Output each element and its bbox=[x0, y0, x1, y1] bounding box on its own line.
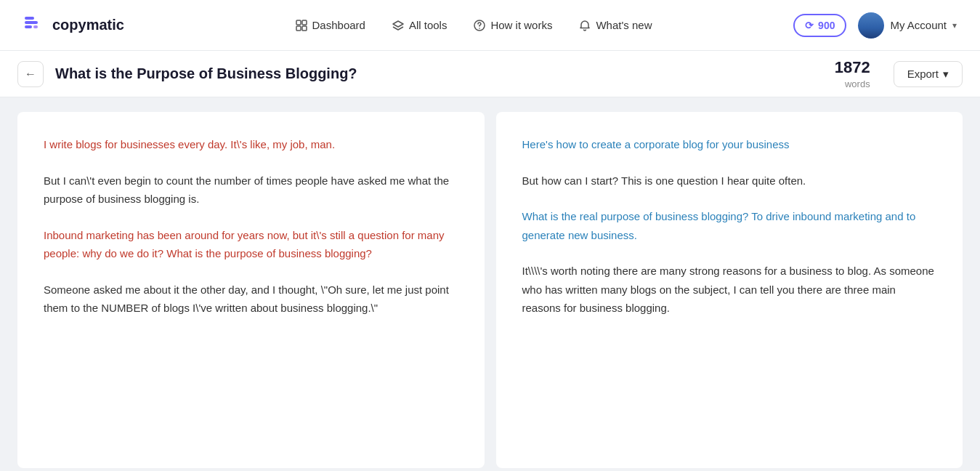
navbar: copymatic Dashboard All tools bbox=[0, 0, 980, 51]
logo-text: copymatic bbox=[52, 17, 124, 33]
word-count-label: words bbox=[845, 78, 870, 89]
credits-value: 900 bbox=[818, 20, 835, 31]
right-para-3-highlight: What is the real purpose of business blo… bbox=[522, 210, 916, 241]
export-button[interactable]: Export ▾ bbox=[894, 61, 963, 87]
export-chevron-icon: ▾ bbox=[943, 68, 949, 81]
nav-whats-new[interactable]: What's new bbox=[567, 13, 663, 38]
svg-rect-3 bbox=[33, 25, 38, 28]
nav-links: Dashboard All tools How it works bbox=[153, 13, 793, 38]
back-button[interactable]: ← bbox=[17, 61, 44, 87]
chevron-down-icon: ▾ bbox=[952, 20, 957, 31]
credits-icon: ⟳ bbox=[805, 20, 814, 31]
nav-whats-new-label: What's new bbox=[596, 19, 652, 31]
layers-icon bbox=[392, 19, 405, 32]
svg-point-9 bbox=[479, 28, 480, 28]
right-para-4: It\\\\'s worth noting there are many str… bbox=[522, 262, 937, 318]
help-circle-icon bbox=[473, 19, 486, 32]
credits-button[interactable]: ⟳ 900 bbox=[793, 14, 846, 37]
right-para-3: What is the real purpose of business blo… bbox=[522, 207, 937, 244]
left-para-1-highlight: I write blogs for businesses every day. … bbox=[44, 138, 335, 150]
right-para-1-highlight: Here's how to create a corporate blog fo… bbox=[522, 138, 790, 150]
avatar bbox=[858, 12, 884, 39]
left-para-3-highlight: Inbound marketing has been around for ye… bbox=[44, 229, 445, 260]
bell-icon bbox=[578, 19, 591, 32]
left-content-panel: I write blogs for businesses every day. … bbox=[17, 112, 485, 468]
word-count-display: 1872 words bbox=[835, 58, 870, 90]
svg-rect-5 bbox=[302, 20, 307, 25]
nav-dashboard-label: Dashboard bbox=[312, 19, 365, 31]
left-para-4: Someone asked me about it the other day,… bbox=[44, 281, 458, 318]
right-para-2: But how can I start? This is one questio… bbox=[522, 172, 937, 190]
logo-icon bbox=[23, 14, 46, 37]
right-para-1: Here's how to create a corporate blog fo… bbox=[522, 135, 937, 154]
nav-right: ⟳ 900 My Account ▾ bbox=[793, 12, 957, 39]
account-menu[interactable]: My Account ▾ bbox=[858, 12, 957, 39]
svg-rect-1 bbox=[25, 21, 38, 24]
nav-how-it-works-label: How it works bbox=[490, 19, 552, 31]
nav-all-tools-label: All tools bbox=[409, 19, 448, 31]
content-area: I write blogs for businesses every day. … bbox=[0, 97, 980, 471]
nav-how-it-works[interactable]: How it works bbox=[461, 13, 564, 38]
svg-rect-7 bbox=[302, 26, 307, 31]
svg-rect-6 bbox=[296, 26, 301, 31]
svg-rect-2 bbox=[25, 25, 32, 28]
page-title: What is the Purpose of Business Blogging… bbox=[55, 65, 823, 82]
logo[interactable]: copymatic bbox=[23, 14, 124, 37]
nav-dashboard[interactable]: Dashboard bbox=[283, 13, 377, 38]
nav-all-tools[interactable]: All tools bbox=[380, 13, 459, 38]
grid-icon bbox=[295, 19, 308, 32]
svg-rect-4 bbox=[296, 20, 301, 25]
header-bar: ← What is the Purpose of Business Bloggi… bbox=[0, 51, 980, 97]
export-label: Export bbox=[907, 68, 939, 80]
word-count-number: 1872 bbox=[835, 58, 870, 77]
right-content-panel: Here's how to create a corporate blog fo… bbox=[496, 112, 963, 468]
left-para-3: Inbound marketing has been around for ye… bbox=[44, 226, 458, 263]
svg-rect-0 bbox=[25, 17, 34, 20]
account-label: My Account bbox=[890, 19, 947, 31]
left-para-2: But I can\'t even begin to count the num… bbox=[44, 172, 458, 209]
left-para-1: I write blogs for businesses every day. … bbox=[44, 135, 458, 154]
